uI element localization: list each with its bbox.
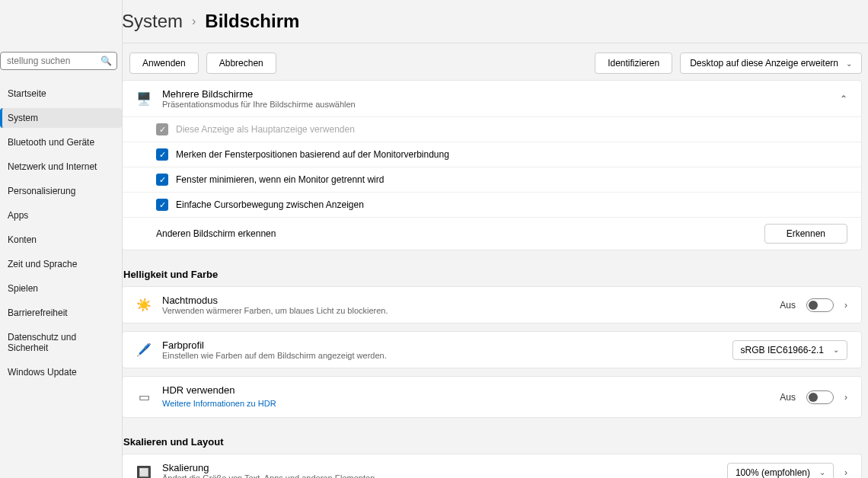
sidebar-item-netzwerk[interactable]: Netzwerk und Internet <box>0 157 122 177</box>
scaling-value: 100% (empfohlen) <box>736 467 810 478</box>
chevron-right-icon: › <box>192 14 196 28</box>
displays-icon: 🖥️ <box>136 91 152 107</box>
colorprofile-panel: 🖊️ Farbprofil Einstellen wie Farben auf … <box>122 331 862 368</box>
sidebar-nav: Startseite System Bluetooth und Geräte N… <box>0 84 122 382</box>
hdr-panel[interactable]: ▭ HDR verwenden Weitere Informationen zu… <box>122 376 862 418</box>
sidebar-item-bluetooth[interactable]: Bluetooth und Geräte <box>0 132 122 152</box>
colorprofile-title: Farbprofil <box>162 339 387 351</box>
nightmode-panel[interactable]: ☀️ Nachtmodus Verwenden wärmerer Farben,… <box>122 286 862 323</box>
colorprofile-value: sRGB IEC61966-2.1 <box>741 345 824 355</box>
hdr-icon: ▭ <box>136 390 152 405</box>
remember-positions-option[interactable]: ✓ Merken der Fensterpositionen basierend… <box>123 142 861 167</box>
recognize-button[interactable]: Erkennen <box>764 224 847 244</box>
chevron-right-icon: › <box>844 300 847 311</box>
colorprofile-select[interactable]: sRGB IEC61966-2.1 ⌄ <box>732 340 847 360</box>
multiple-displays-header[interactable]: 🖥️ Mehrere Bildschirme Präsentationsmodu… <box>123 81 861 116</box>
breadcrumb-parent[interactable]: System <box>122 11 183 32</box>
easy-cursor-label: Einfache Cursorbewegung zwischen Anzeige… <box>176 199 847 210</box>
sidebar-item-datenschutz[interactable]: Datenschutz und Sicherheit <box>0 327 122 358</box>
scale-section-title: Skalieren und Layout <box>122 425 862 454</box>
chevron-right-icon: › <box>844 467 847 478</box>
sidebar-item-system[interactable]: System <box>0 108 122 128</box>
primary-display-option: ✓ Diese Anzeige als Hauptanzeige verwend… <box>123 116 861 142</box>
cancel-button[interactable]: Abbrechen <box>206 53 276 74</box>
pen-icon: 🖊️ <box>136 343 152 358</box>
colorprofile-subtitle: Einstellen wie Farben auf dem Bildschirm… <box>162 351 387 360</box>
sidebar-item-startseite[interactable]: Startseite <box>0 84 122 104</box>
checkbox-icon[interactable]: ✓ <box>156 174 168 186</box>
chevron-up-icon: ⌃ <box>840 94 847 104</box>
search-input[interactable] <box>7 56 110 66</box>
sidebar-item-apps[interactable]: Apps <box>0 206 122 225</box>
main-content: System › Bildschirm Anwenden Abbrechen I… <box>122 0 868 478</box>
sidebar: 🔍 Startseite System Bluetooth und Geräte… <box>0 0 122 478</box>
nightmode-title: Nachtmodus <box>162 295 388 306</box>
hdr-state: Aus <box>780 392 796 403</box>
detect-display-row: Anderen Bildschirm erkennen Erkennen <box>123 217 861 250</box>
sidebar-item-zeit[interactable]: Zeit und Sprache <box>0 254 122 274</box>
hdr-toggle[interactable] <box>806 390 834 404</box>
breadcrumb: System › Bildschirm <box>122 0 868 43</box>
remember-positions-label: Merken der Fensterpositionen basierend a… <box>176 149 847 160</box>
sun-icon: ☀️ <box>136 298 152 313</box>
nightmode-toggle[interactable] <box>806 298 834 312</box>
nightmode-subtitle: Verwenden wärmerer Farben, um blaues Lic… <box>162 306 388 315</box>
top-button-row: Anwenden Abbrechen Identifizieren Deskto… <box>122 43 862 80</box>
chevron-right-icon: › <box>844 392 847 403</box>
sidebar-item-windowsupdate[interactable]: Windows Update <box>0 362 122 382</box>
minimize-windows-option[interactable]: ✓ Fenster minimieren, wenn ein Monitor g… <box>123 167 861 192</box>
scale-icon: 🔲 <box>136 465 152 479</box>
checkbox-icon[interactable]: ✓ <box>156 148 168 161</box>
nightmode-state: Aus <box>780 300 796 311</box>
multiple-displays-subtitle: Präsentationsmodus für Ihre Bildschirme … <box>162 100 356 109</box>
scaling-title: Skalierung <box>162 462 377 473</box>
scaling-panel[interactable]: 🔲 Skalierung Ändert die Größe von Text, … <box>122 454 862 478</box>
chevron-down-icon: ⌄ <box>833 346 839 354</box>
multiple-displays-panel: 🖥️ Mehrere Bildschirme Präsentationsmodu… <box>122 80 862 250</box>
hdr-title: HDR verwenden <box>162 384 276 396</box>
apply-button[interactable]: Anwenden <box>129 53 199 74</box>
sidebar-item-barrierefreiheit[interactable]: Barrierefreiheit <box>0 303 122 323</box>
scaling-select[interactable]: 100% (empfohlen) ⌄ <box>727 463 834 479</box>
chevron-down-icon: ⌄ <box>846 59 852 68</box>
primary-display-label: Diese Anzeige als Hauptanzeige verwenden <box>176 124 847 135</box>
search-icon: 🔍 <box>101 56 112 66</box>
sidebar-item-personalisierung[interactable]: Personalisierung <box>0 181 122 201</box>
checkbox-icon[interactable]: ✓ <box>156 199 168 211</box>
brightness-section-title: Helligkeit und Farbe <box>122 258 862 286</box>
sidebar-item-konten[interactable]: Konten <box>0 230 122 250</box>
chevron-down-icon: ⌄ <box>819 468 825 476</box>
minimize-windows-label: Fenster minimieren, wenn ein Monitor get… <box>176 174 847 185</box>
detect-display-label: Anderen Bildschirm erkennen <box>156 228 757 239</box>
identify-button[interactable]: Identifizieren <box>595 53 672 74</box>
extend-display-label: Desktop auf diese Anzeige erweitern <box>690 58 838 69</box>
checkbox-icon: ✓ <box>156 123 168 135</box>
hdr-link[interactable]: Weitere Informationen zu HDR <box>162 399 276 408</box>
sidebar-item-spielen[interactable]: Spielen <box>0 279 122 298</box>
page-title: Bildschirm <box>205 11 299 32</box>
extend-display-dropdown[interactable]: Desktop auf diese Anzeige erweitern ⌄ <box>680 53 862 74</box>
multiple-displays-title: Mehrere Bildschirme <box>162 88 356 100</box>
scaling-subtitle: Ändert die Größe von Text, Apps und ande… <box>162 473 377 478</box>
search-input-container[interactable]: 🔍 <box>0 52 117 70</box>
easy-cursor-option[interactable]: ✓ Einfache Cursorbewegung zwischen Anzei… <box>123 192 861 217</box>
